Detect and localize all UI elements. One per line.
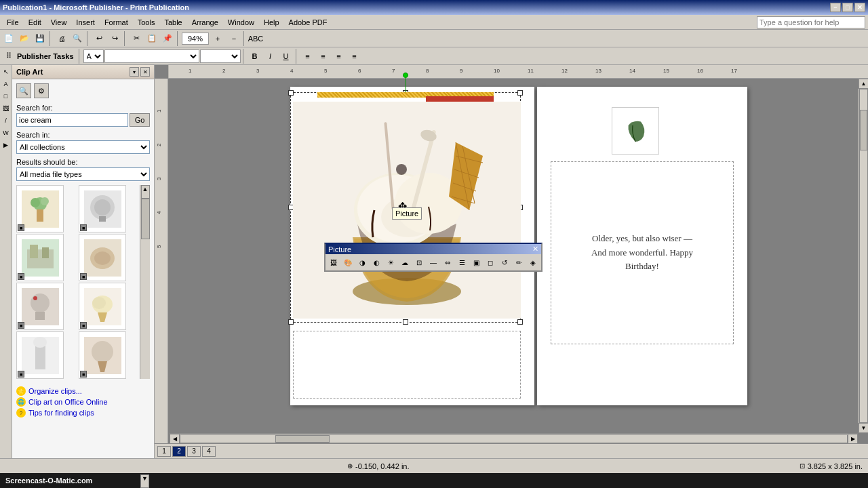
ptb-less-bright[interactable]: ☁ xyxy=(398,256,412,269)
underline-button[interactable]: U xyxy=(279,49,294,64)
ptb-less-contrast[interactable]: ◐ xyxy=(370,256,383,269)
paste-button[interactable]: 📌 xyxy=(160,31,175,46)
vscroll-thumb[interactable] xyxy=(860,110,867,150)
picture-toolbar-header[interactable]: Picture ✕ xyxy=(326,244,541,254)
tool-wordart[interactable]: W xyxy=(1,127,12,138)
scrollbar-up[interactable]: ▲ xyxy=(141,185,150,199)
zoom-input[interactable] xyxy=(182,33,209,45)
align-right-button[interactable]: ≡ xyxy=(332,49,347,64)
help-search-input[interactable] xyxy=(757,16,865,28)
organize-clips-link[interactable]: ⭐ Organize clips... xyxy=(16,386,150,396)
menu-file[interactable]: File xyxy=(3,17,23,28)
birthday-text-box[interactable]: Older, yes, but also wiser — And more wo… xyxy=(551,161,734,344)
ptb-set-transparent[interactable]: ◻ xyxy=(484,256,497,269)
page-3-button[interactable]: 3 xyxy=(187,446,201,457)
tool-picture[interactable]: 🖼 xyxy=(1,103,12,114)
italic-button[interactable]: I xyxy=(263,49,278,64)
redo-button[interactable]: ↪ xyxy=(107,31,122,46)
ptb-insert-picture[interactable]: 🖼 xyxy=(327,256,340,269)
clip-item-2[interactable]: ■ xyxy=(79,185,126,232)
online-clips-link[interactable]: 🌐 Clip art on Office Online xyxy=(16,396,150,407)
hscroll-right[interactable]: ▶ xyxy=(848,434,858,444)
settings-icon-btn[interactable]: ⚙ xyxy=(34,83,49,98)
clip-search-input[interactable] xyxy=(16,113,128,127)
vertical-scrollbar[interactable]: ▲ ▼ xyxy=(858,79,868,433)
handle-tr[interactable] xyxy=(517,90,523,96)
ptb-more-bright[interactable]: ☀ xyxy=(384,256,397,269)
scrollbar-thumb[interactable] xyxy=(141,199,150,239)
page-2-button[interactable]: 2 xyxy=(172,446,186,457)
ptb-more[interactable]: ✏ xyxy=(512,256,526,269)
vscroll-up[interactable]: ▲ xyxy=(859,79,868,89)
maximize-button[interactable]: □ xyxy=(842,3,853,12)
tool-shapes[interactable]: □ xyxy=(1,91,12,102)
open-button[interactable]: 📂 xyxy=(17,31,32,46)
menu-help[interactable]: Help xyxy=(260,17,283,28)
tool-pointer[interactable]: ↖ xyxy=(1,66,12,77)
hscroll-left[interactable]: ◀ xyxy=(170,434,180,444)
clip-item-1[interactable]: ■ xyxy=(16,185,64,232)
ptb-format[interactable]: ▣ xyxy=(469,256,483,269)
tips-link[interactable]: ? Tips for finding clips xyxy=(16,407,150,418)
ptb-compress[interactable]: ⇔ xyxy=(441,256,454,269)
picture-toolbar-close[interactable]: ✕ xyxy=(532,245,538,253)
print-button[interactable]: 🖨 xyxy=(54,31,69,46)
horizontal-scrollbar[interactable]: ◀ ▶ xyxy=(170,433,858,443)
hscroll-thumb[interactable] xyxy=(275,435,330,443)
bold-button[interactable]: B xyxy=(248,49,262,64)
ptb-crop[interactable]: ⊡ xyxy=(412,256,426,269)
menu-format[interactable]: Format xyxy=(100,17,132,28)
search-in-dropdown[interactable]: All collections xyxy=(16,140,150,154)
ptb-color[interactable]: 🎨 xyxy=(341,256,355,269)
tool-line[interactable]: / xyxy=(1,115,12,126)
clip-item-5[interactable]: ■ xyxy=(16,283,64,330)
handle-bl[interactable] xyxy=(288,319,294,325)
save-button[interactable]: 💾 xyxy=(33,31,47,46)
clip-item-4[interactable]: ■ xyxy=(79,234,126,281)
print-preview-button[interactable]: 🔍 xyxy=(70,31,85,46)
clip-scrollbar[interactable]: ▲ ▼ xyxy=(140,185,150,379)
clip-go-button[interactable]: Go xyxy=(130,113,150,127)
handle-bm[interactable] xyxy=(403,319,408,325)
copy-button[interactable]: 📋 xyxy=(144,31,159,46)
zoom-in-button[interactable]: + xyxy=(210,31,225,46)
justify-button[interactable]: ≡ xyxy=(347,49,362,64)
panel-dropdown-button[interactable]: ▾ xyxy=(130,67,139,77)
bottom-text-frame[interactable] xyxy=(293,331,521,399)
clip-item-7[interactable]: ■ xyxy=(16,331,64,379)
rotation-handle[interactable] xyxy=(403,73,408,78)
menu-tools[interactable]: Tools xyxy=(134,17,159,28)
ptb-text-wrap[interactable]: ☰ xyxy=(455,256,469,269)
clip-item-3[interactable]: ■ xyxy=(16,234,64,281)
menu-table[interactable]: Table xyxy=(160,17,186,28)
panel-close-button[interactable]: ✕ xyxy=(140,67,150,77)
ptb-line-style[interactable]: — xyxy=(427,256,440,269)
menu-edit[interactable]: Edit xyxy=(24,17,45,28)
undo-button[interactable]: ↩ xyxy=(92,31,106,46)
tool-more[interactable]: ▶ xyxy=(1,140,12,150)
tool-text[interactable]: A xyxy=(1,79,12,89)
canvas-area[interactable]: 1 2 3 4 5 6 7 8 9 10 11 12 13 14 15 16 1… xyxy=(155,65,868,458)
menu-adobe-pdf[interactable]: Adobe PDF xyxy=(285,17,332,28)
font-size-select[interactable] xyxy=(200,49,241,63)
handle-br[interactable] xyxy=(517,319,523,325)
minimize-button[interactable]: − xyxy=(830,3,841,12)
ptb-reset[interactable]: ↺ xyxy=(498,256,511,269)
close-button[interactable]: ✕ xyxy=(854,3,865,12)
clip-item-8[interactable]: ■ xyxy=(79,331,126,379)
ptb-last[interactable]: ◈ xyxy=(526,256,540,269)
spell-check-button[interactable]: ABC xyxy=(248,31,263,46)
ptb-more-contrast[interactable]: ◑ xyxy=(355,256,369,269)
align-center-button[interactable]: ≡ xyxy=(316,49,331,64)
zoom-out-button[interactable]: − xyxy=(226,31,241,46)
vscroll-down[interactable]: ▼ xyxy=(859,423,868,433)
menu-view[interactable]: View xyxy=(47,17,71,28)
leaf-icon-container[interactable] xyxy=(612,107,659,155)
page-4-button[interactable]: 4 xyxy=(202,446,216,457)
handle-tl[interactable] xyxy=(288,90,294,96)
menu-window[interactable]: Window xyxy=(224,17,258,28)
search-icon-btn[interactable]: 🔍 xyxy=(16,83,31,98)
font-style-select[interactable]: A xyxy=(83,49,104,63)
new-button[interactable]: 📄 xyxy=(1,31,16,46)
clip-item-6[interactable]: ■ xyxy=(79,283,126,330)
